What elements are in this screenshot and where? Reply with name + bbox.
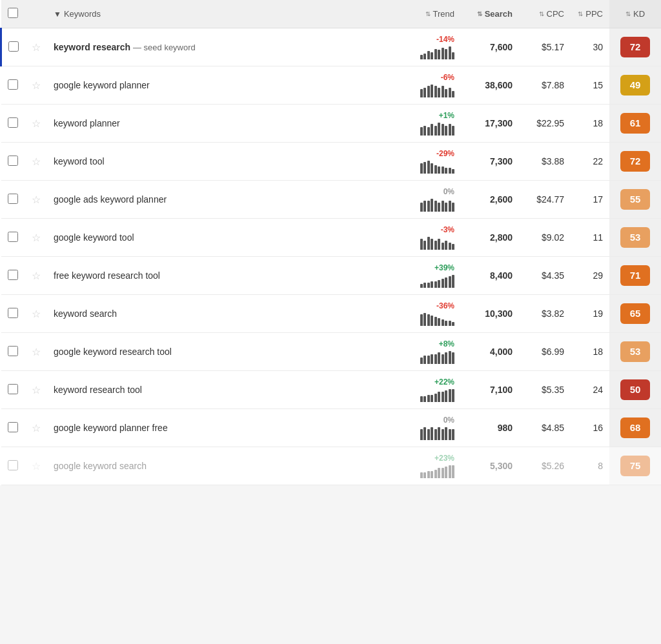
row-checkbox[interactable] [8,232,18,242]
trend-bar [449,243,451,250]
search-volume-cell: 7,100 [461,371,519,409]
ppc-cell: 16 [571,409,609,447]
cpc-header[interactable]: ⇅ CPC [519,0,571,28]
star-icon[interactable]: ☆ [32,156,41,167]
row-checkbox[interactable] [8,308,18,318]
trend-container: 0% [390,187,454,212]
row-checkbox[interactable] [8,270,18,280]
keyword-text[interactable]: google keyword planner free [54,423,168,433]
keyword-text[interactable]: google keyword research tool [54,347,172,357]
search-volume-cell: 17,300 [461,105,519,143]
kd-header[interactable]: ⇅ KD [609,0,661,28]
table-row: ☆keyword search -36% 10,300$3.821965 [1,295,662,333]
star-cell[interactable]: ☆ [25,257,47,295]
table-row: ☆google keyword search +23% 5,300$5.2687… [1,447,662,485]
trend-bar [423,54,426,59]
star-icon[interactable]: ☆ [32,461,41,472]
keyword-text[interactable]: google ads keyword planner [54,194,167,205]
ppc-value: 17 [593,194,603,205]
row-checkbox[interactable] [8,346,18,356]
star-icon[interactable]: ☆ [32,42,41,53]
trend-cell: -6% [383,66,461,105]
row-checkbox[interactable] [8,422,18,432]
row-checkbox[interactable] [8,194,18,204]
keyword-text[interactable]: google keyword planner [54,80,150,90]
trend-bar [420,203,423,212]
trend-container: -14% [390,35,454,59]
row-checkbox[interactable] [8,460,18,470]
star-icon[interactable]: ☆ [32,270,41,281]
star-icon[interactable]: ☆ [32,347,41,357]
row-checkbox[interactable] [8,384,18,394]
search-header[interactable]: ⇅ Search [461,0,519,28]
star-icon[interactable]: ☆ [32,232,41,243]
kd-cell: 53 [609,219,661,257]
star-icon[interactable]: ☆ [32,423,41,434]
trend-header[interactable]: ⇅ Trend [383,0,461,28]
star-icon[interactable]: ☆ [32,385,41,396]
kd-badge: 65 [620,303,650,324]
star-cell[interactable]: ☆ [25,409,47,447]
ppc-cell: 29 [571,257,609,295]
cpc-value: $4.85 [542,423,564,433]
star-cell[interactable]: ☆ [25,333,47,371]
keyword-text[interactable]: keyword research [54,42,130,52]
star-cell[interactable]: ☆ [25,219,47,257]
row-checkbox[interactable] [8,79,18,90]
kd-label: KD [633,9,645,19]
trend-bar [449,124,451,136]
trend-bar [452,126,454,136]
keyword-text[interactable]: google keyword search [54,461,147,471]
star-cell[interactable]: ☆ [25,66,47,105]
trend-bar [438,166,440,174]
trend-bar [452,465,454,478]
trend-cell: -3% [383,219,461,257]
row-checkbox-cell [1,28,26,66]
keyword-text[interactable]: keyword search [54,308,117,319]
star-icon[interactable]: ☆ [32,308,41,319]
keyword-text[interactable]: free keyword research tool [54,270,160,281]
star-icon[interactable]: ☆ [32,80,41,91]
trend-cell: +39% [383,257,461,295]
kd-badge: 72 [620,151,650,172]
keyword-text[interactable]: google keyword tool [54,232,134,243]
cpc-cell: $22.95 [519,105,571,143]
star-icon[interactable]: ☆ [32,118,41,129]
trend-bar [445,49,447,59]
keyword-cell: google keyword research tool [47,333,383,371]
ppc-header[interactable]: ⇅ PPC [571,0,609,28]
kd-badge: 49 [620,75,650,96]
keyword-cell: free keyword research tool [47,257,383,295]
cpc-value: $5.26 [542,461,564,471]
trend-bar [442,429,444,440]
keywords-header[interactable]: ▼ Keywords [47,0,383,28]
trend-bars [420,464,455,478]
star-cell[interactable]: ☆ [25,143,47,181]
keyword-text[interactable]: keyword planner [54,118,120,128]
star-cell[interactable]: ☆ [25,28,47,66]
kd-cell: 53 [609,333,661,371]
star-cell[interactable]: ☆ [25,295,47,333]
cpc-cell: $7.88 [519,66,571,105]
trend-bar [423,472,426,478]
trend-bar [445,126,447,136]
select-all-checkbox[interactable] [8,8,18,18]
select-all-header[interactable] [1,0,26,28]
ppc-label: PPC [585,9,603,19]
trend-bar [427,201,430,212]
keyword-text[interactable]: keyword tool [54,156,105,166]
trend-bars [420,312,455,326]
star-cell[interactable]: ☆ [25,105,47,143]
ppc-value: 18 [593,118,603,128]
row-checkbox[interactable] [8,117,18,128]
star-icon[interactable]: ☆ [32,194,41,205]
star-cell[interactable]: ☆ [25,371,47,409]
row-checkbox[interactable] [8,41,19,52]
trend-bars [420,121,455,136]
star-cell[interactable]: ☆ [25,447,47,485]
trend-bar [423,241,426,250]
star-cell[interactable]: ☆ [25,181,47,219]
keyword-text[interactable]: keyword research tool [54,385,142,395]
row-checkbox[interactable] [8,156,18,166]
kd-cell: 65 [609,295,661,333]
